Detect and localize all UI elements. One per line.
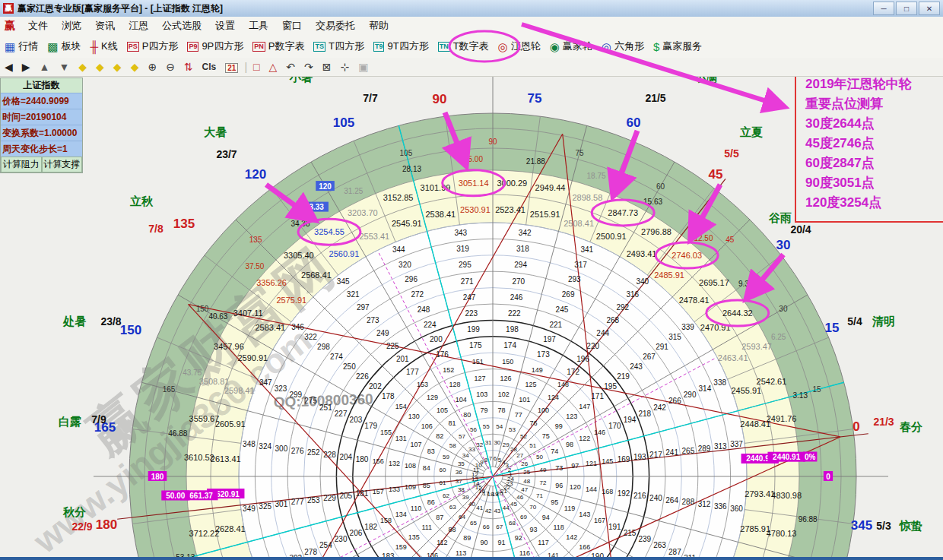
menu-item-7[interactable]: 工具 [242,17,275,35]
index-info-panel: 上证指数 价格=2440.9099时间=20190104变换系数=1.00000… [0,78,83,173]
rotate-down-button[interactable]: ▼ [54,60,74,74]
maximize-button[interactable]: □ [896,2,917,15]
wheel-number: 266 [668,397,681,405]
9p-square-button[interactable]: P99P四方形 [183,37,248,55]
wheel-number: 2605.91 [215,419,246,429]
cls-button[interactable]: Cls [198,61,221,73]
wheel-number: 131 [395,435,407,442]
wheel-number: 206 [350,529,363,537]
p-table-button[interactable]: PNP数字表 [248,37,309,55]
wheel-number: 2545.91 [392,219,422,228]
sectors-button[interactable]: ▩板块 [43,37,85,55]
wheel-number: 291 [656,343,668,351]
menu-item-6[interactable]: 设置 [208,17,242,35]
wheel-number: 46.88 [168,429,187,438]
wheel-number: 177 [406,368,419,376]
menu-item-4[interactable]: 江恩 [122,17,155,35]
wheel-number: 68 [509,520,516,527]
outer-degree-label: 180 [96,517,117,532]
wheel-number: 287 [668,548,681,556]
delete-box-button[interactable]: ⊠ [318,60,336,74]
menu-item-9[interactable]: 交易委托 [309,17,362,35]
wheel-number: 31.25 [344,187,363,195]
close-button[interactable]: ✕ [919,2,940,15]
price-scale-button[interactable]: ⇅ [179,60,198,74]
calc-support-button[interactable]: 计算支撑 [42,157,83,172]
wheel-number: 155 [380,429,392,436]
draw-rect-button[interactable]: □ [249,60,264,74]
wheel-number: 96 [555,482,563,489]
wheel-number: 2949.44 [535,183,566,192]
wheel-number: 119 [564,505,575,512]
p-square-button[interactable]: PSP四方形 [122,37,183,55]
solar-term-label: 立夏 [739,125,763,138]
solar-term-label: 惊蛰 [899,519,922,532]
outer-degree-label: 120 [245,167,266,182]
hexagon-button[interactable]: ◎六角形 [597,37,649,55]
kline-button-label: K线 [101,40,118,53]
wheel-number: 278 [304,548,317,556]
wheel-number: 2500.91 [596,232,627,241]
wheel-number: 52 [520,433,527,440]
center-button[interactable]: ⊹ [336,60,354,74]
solar-term-label: 处暑 [62,315,86,327]
wheel-number: 173 [537,350,550,359]
winner-service-button[interactable]: $赢家服务 [649,37,706,55]
wheel-number: 337 [730,440,743,448]
menu-item-5[interactable]: 公式选股 [155,17,208,35]
menu-item-10[interactable]: 帮助 [362,17,395,35]
wheel-number: 194 [624,416,637,424]
wheel-number: 2644.32 [722,308,753,318]
rotate-cw-button[interactable]: ↷ [300,60,318,74]
capture-button[interactable]: ▣ [354,60,373,74]
zoom-in-button[interactable]: ⊕ [143,60,161,74]
outer-degree-label: 15 [825,321,840,335]
wheel-number: 100 [538,407,549,414]
wheel-number: 61 [440,479,446,486]
minimize-button[interactable]: ─ [873,2,894,15]
rotate-ccw-button[interactable]: ↶ [281,60,300,74]
wheel-number: 182 [364,523,377,531]
date-label: 23/7 [216,148,237,160]
wheel-number: 172 [567,368,579,376]
quotes-button[interactable]: ▦行情 [0,37,43,55]
rotate-up-button[interactable]: ▲ [35,60,55,74]
t-table-button[interactable]: TNT数字表 [433,37,494,55]
pan-down-button[interactable]: ◆ [126,60,144,74]
winner-wheel-button[interactable]: ◉赢家轮 [545,37,597,55]
wheel-number: 117 [538,539,548,546]
t9-badge-icon: T9 [373,42,385,52]
wheel-number: 93 [530,526,538,533]
gann-wheel-button[interactable]: ◎江恩轮 [494,37,545,55]
ps-badge-icon: PS [127,42,139,52]
9t-square-button[interactable]: T99T四方形 [369,37,433,55]
wheel-number: 205 [339,492,352,500]
wheel-number: 72 [539,479,546,486]
wheel-number: 250 [343,362,356,371]
next-button[interactable]: ▶ [17,60,35,74]
menu-item-8[interactable]: 窗口 [275,17,309,35]
blocks-icon: ▩ [47,41,58,52]
hexagon-button-label: 六角形 [614,40,644,53]
wheel-number: 246 [510,293,523,302]
wheel-number: 121 [586,460,597,467]
kline-button[interactable]: ╫K线 [85,37,122,55]
menu-item-2[interactable]: 浏览 [55,17,88,35]
calc-resistance-button[interactable]: 计算阻力 [1,157,42,172]
prev-button[interactable]: ◀ [0,60,17,74]
date-label: 21/3 [873,416,894,428]
pan-left-button[interactable]: ◆ [74,60,91,74]
calendar-button[interactable]: 21 [221,60,243,74]
wheel-number: 135 [408,533,420,541]
pan-right-button[interactable]: ◆ [91,60,109,74]
menu-item-1[interactable]: 文件 [21,17,55,35]
t-square-button[interactable]: TST四方形 [309,37,368,55]
pan-up-button[interactable]: ◆ [109,60,126,74]
zoom-out-button[interactable]: ⊖ [161,60,179,74]
wheel-number: 108 [405,462,416,470]
annotation-line-1: 2019年江恩轮中轮 [805,74,943,94]
menu-item-3[interactable]: 资讯 [88,17,122,35]
wheel-number: 147 [579,403,590,410]
wheel-number: 123 [566,413,577,420]
draw-triangle-button[interactable]: △ [265,60,282,74]
